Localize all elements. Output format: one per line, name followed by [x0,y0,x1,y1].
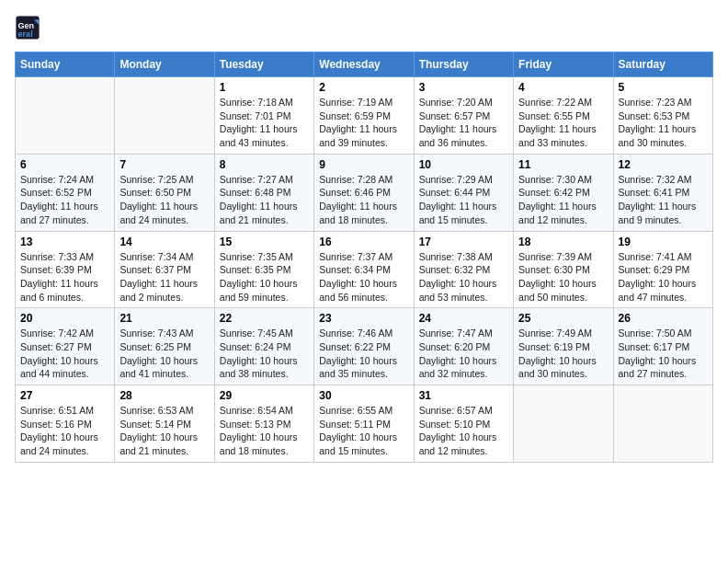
calendar-cell: 19Sunrise: 7:41 AMSunset: 6:29 PMDayligh… [613,231,712,308]
day-info: Sunrise: 7:35 AMSunset: 6:35 PMDaylight:… [220,250,309,304]
calendar-body: 1Sunrise: 7:18 AMSunset: 7:01 PMDaylight… [16,77,713,463]
calendar-cell: 1Sunrise: 7:18 AMSunset: 7:01 PMDaylight… [214,77,313,155]
day-info: Sunrise: 7:37 AMSunset: 6:34 PMDaylight:… [319,250,408,304]
day-number: 30 [319,389,408,402]
day-info: Sunrise: 7:25 AMSunset: 6:50 PMDaylight:… [119,173,209,227]
day-info: Sunrise: 6:55 AMSunset: 5:11 PMDaylight:… [319,404,408,458]
day-info: Sunrise: 7:23 AMSunset: 6:53 PMDaylight:… [619,96,708,150]
day-number: 6 [20,158,109,171]
day-info: Sunrise: 7:39 AMSunset: 6:30 PMDaylight:… [518,250,608,304]
calendar-cell: 28Sunrise: 6:53 AMSunset: 5:14 PMDayligh… [115,385,214,463]
day-of-week-header: Monday [115,52,214,77]
day-number: 15 [220,236,309,248]
calendar-cell: 23Sunrise: 7:46 AMSunset: 6:22 PMDayligh… [314,308,414,385]
day-info: Sunrise: 7:50 AMSunset: 6:17 PMDaylight:… [619,327,708,381]
day-info: Sunrise: 7:29 AMSunset: 6:44 PMDaylight:… [419,173,508,227]
day-number: 17 [419,236,508,248]
day-info: Sunrise: 7:34 AMSunset: 6:37 PMDaylight:… [119,250,209,304]
logo-icon: Gen eral [15,15,40,40]
day-number: 2 [319,81,408,94]
logo: Gen eral [15,15,42,40]
day-info: Sunrise: 7:42 AMSunset: 6:27 PMDaylight:… [20,327,109,381]
calendar-cell: 9Sunrise: 7:28 AMSunset: 6:46 PMDaylight… [314,154,414,231]
day-info: Sunrise: 7:30 AMSunset: 6:42 PMDaylight:… [518,173,608,227]
day-number: 28 [119,389,209,402]
day-info: Sunrise: 7:49 AMSunset: 6:19 PMDaylight:… [518,327,608,381]
day-number: 11 [518,158,608,171]
day-number: 19 [619,236,708,248]
calendar-cell: 5Sunrise: 7:23 AMSunset: 6:53 PMDaylight… [613,77,712,155]
calendar-week-row: 1Sunrise: 7:18 AMSunset: 7:01 PMDaylight… [16,77,713,155]
day-number: 24 [419,312,508,325]
calendar-cell: 20Sunrise: 7:42 AMSunset: 6:27 PMDayligh… [16,308,115,385]
calendar-cell: 24Sunrise: 7:47 AMSunset: 6:20 PMDayligh… [414,308,513,385]
day-number: 20 [20,312,109,325]
calendar-cell: 3Sunrise: 7:20 AMSunset: 6:57 PMDaylight… [414,77,513,155]
day-number: 4 [518,81,608,94]
calendar-cell: 6Sunrise: 7:24 AMSunset: 6:52 PMDaylight… [16,154,115,231]
day-info: Sunrise: 7:18 AMSunset: 7:01 PMDaylight:… [220,96,309,150]
day-info: Sunrise: 7:24 AMSunset: 6:52 PMDaylight:… [20,173,109,227]
day-info: Sunrise: 6:51 AMSunset: 5:16 PMDaylight:… [20,404,109,458]
calendar-cell: 14Sunrise: 7:34 AMSunset: 6:37 PMDayligh… [115,231,214,308]
calendar-table: SundayMondayTuesdayWednesdayThursdayFrid… [15,52,713,463]
calendar-week-row: 6Sunrise: 7:24 AMSunset: 6:52 PMDaylight… [16,154,713,231]
day-number: 10 [419,158,508,171]
day-info: Sunrise: 7:46 AMSunset: 6:22 PMDaylight:… [319,327,408,381]
day-of-week-header: Tuesday [214,52,313,77]
calendar-cell: 31Sunrise: 6:57 AMSunset: 5:10 PMDayligh… [414,385,513,463]
day-info: Sunrise: 7:41 AMSunset: 6:29 PMDaylight:… [619,250,708,304]
day-info: Sunrise: 7:20 AMSunset: 6:57 PMDaylight:… [419,96,508,150]
day-of-week-header: Saturday [613,52,712,77]
day-number: 8 [220,158,309,171]
day-info: Sunrise: 7:33 AMSunset: 6:39 PMDaylight:… [20,250,109,304]
day-number: 23 [319,312,408,325]
calendar-header: SundayMondayTuesdayWednesdayThursdayFrid… [16,52,713,77]
day-number: 14 [119,236,209,248]
calendar-cell: 11Sunrise: 7:30 AMSunset: 6:42 PMDayligh… [514,154,613,231]
calendar-cell: 18Sunrise: 7:39 AMSunset: 6:30 PMDayligh… [514,231,613,308]
day-of-week-header: Wednesday [314,52,414,77]
day-number: 18 [518,236,608,248]
day-number: 3 [419,81,508,94]
day-of-week-header: Thursday [414,52,513,77]
calendar-cell [115,77,214,155]
day-number: 29 [220,389,309,402]
calendar-cell [514,385,613,463]
day-number: 21 [119,312,209,325]
page-header: Gen eral [15,15,713,40]
day-info: Sunrise: 7:28 AMSunset: 6:46 PMDaylight:… [319,173,408,227]
day-number: 1 [220,81,309,94]
day-info: Sunrise: 7:27 AMSunset: 6:48 PMDaylight:… [220,173,309,227]
day-number: 31 [419,389,508,402]
calendar-cell: 2Sunrise: 7:19 AMSunset: 6:59 PMDaylight… [314,77,414,155]
day-number: 27 [20,389,109,402]
day-number: 7 [119,158,209,171]
calendar-cell: 21Sunrise: 7:43 AMSunset: 6:25 PMDayligh… [115,308,214,385]
day-number: 13 [20,236,109,248]
day-info: Sunrise: 7:47 AMSunset: 6:20 PMDaylight:… [419,327,508,381]
calendar-cell: 17Sunrise: 7:38 AMSunset: 6:32 PMDayligh… [414,231,513,308]
calendar-cell: 15Sunrise: 7:35 AMSunset: 6:35 PMDayligh… [214,231,313,308]
day-info: Sunrise: 7:45 AMSunset: 6:24 PMDaylight:… [220,327,309,381]
calendar-cell: 22Sunrise: 7:45 AMSunset: 6:24 PMDayligh… [214,308,313,385]
calendar-cell: 7Sunrise: 7:25 AMSunset: 6:50 PMDaylight… [115,154,214,231]
day-info: Sunrise: 6:57 AMSunset: 5:10 PMDaylight:… [419,404,508,458]
calendar-cell: 8Sunrise: 7:27 AMSunset: 6:48 PMDaylight… [214,154,313,231]
calendar-cell: 25Sunrise: 7:49 AMSunset: 6:19 PMDayligh… [514,308,613,385]
day-number: 22 [220,312,309,325]
calendar-week-row: 13Sunrise: 7:33 AMSunset: 6:39 PMDayligh… [16,231,713,308]
calendar-cell [16,77,115,155]
day-info: Sunrise: 6:53 AMSunset: 5:14 PMDaylight:… [119,404,209,458]
calendar-cell: 30Sunrise: 6:55 AMSunset: 5:11 PMDayligh… [314,385,414,463]
day-info: Sunrise: 7:38 AMSunset: 6:32 PMDaylight:… [419,250,508,304]
calendar-week-row: 27Sunrise: 6:51 AMSunset: 5:16 PMDayligh… [16,385,713,463]
header-row: SundayMondayTuesdayWednesdayThursdayFrid… [16,52,713,77]
day-info: Sunrise: 7:43 AMSunset: 6:25 PMDaylight:… [119,327,209,381]
calendar-cell: 4Sunrise: 7:22 AMSunset: 6:55 PMDaylight… [514,77,613,155]
calendar-week-row: 20Sunrise: 7:42 AMSunset: 6:27 PMDayligh… [16,308,713,385]
calendar-cell: 16Sunrise: 7:37 AMSunset: 6:34 PMDayligh… [314,231,414,308]
svg-text:eral: eral [18,29,33,39]
day-number: 9 [319,158,408,171]
day-info: Sunrise: 7:32 AMSunset: 6:41 PMDaylight:… [619,173,708,227]
